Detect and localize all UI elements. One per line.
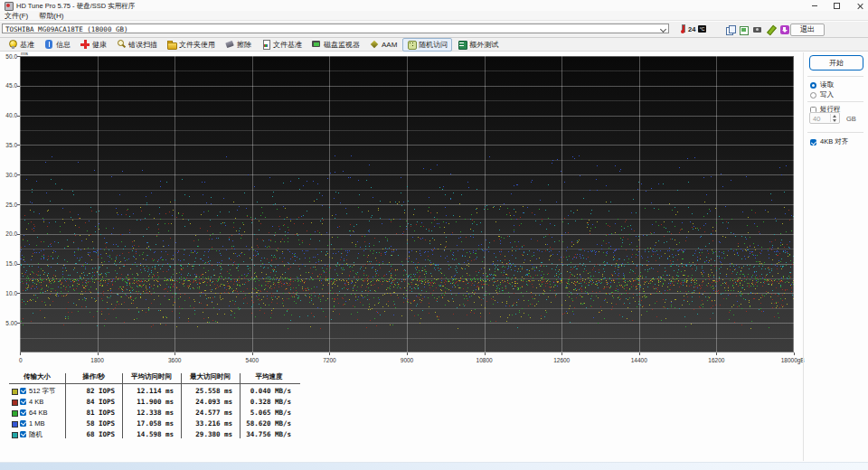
toolbar-button-erase[interactable]: 擦除	[221, 38, 256, 52]
capacity-stepper[interactable]	[830, 114, 838, 122]
hd-tune-window: HD Tune Pro 5.75 - 硬盘/SSD 实用程序 文件(F) 帮助(…	[0, 0, 868, 470]
random-icon	[407, 40, 416, 49]
toolbar-button-label: 错误扫描	[128, 40, 157, 50]
toolbar-button-health[interactable]: 健康	[76, 38, 111, 52]
capacity-input[interactable]: 40	[809, 112, 840, 124]
x-axis-tick	[20, 352, 21, 355]
read-radio[interactable]	[810, 82, 816, 89]
series-checkbox[interactable]	[20, 388, 26, 394]
x-axis-tick-label: 9000	[401, 357, 413, 363]
copy-image-button[interactable]	[738, 24, 751, 36]
x-axis-tick-label: 14400	[631, 357, 647, 363]
y-axis-tick-label: 25.0	[0, 202, 17, 208]
table-cell-iops: 58 IOPS	[69, 419, 115, 428]
copy-button[interactable]	[724, 24, 738, 36]
x-axis-tick-label: 16200	[708, 357, 724, 363]
table-cell-iops: 68 IOPS	[69, 430, 115, 438]
table-cell-max: 24.577 ms	[184, 409, 232, 417]
divider	[807, 76, 863, 77]
read-option[interactable]: 读取	[810, 80, 834, 89]
series-checkbox[interactable]	[20, 399, 26, 405]
bottom-strip	[0, 462, 868, 470]
toolbar-button-folder[interactable]: 文件夹使用	[163, 38, 220, 52]
panel-separator	[803, 52, 804, 461]
series-checkbox[interactable]	[20, 431, 26, 437]
table-cell-max: 25.558 ms	[184, 387, 232, 395]
toolbar-button-scan[interactable]: 错误扫描	[112, 38, 162, 52]
chevron-down-icon	[660, 26, 666, 33]
exit-button[interactable]: 退出	[790, 24, 825, 36]
toolbar-button-label: 额外测试	[469, 40, 498, 50]
table-cell-max: 29.380 ms	[184, 430, 232, 438]
table-cell-avg: 12.338 ms	[126, 409, 174, 417]
minimize-button[interactable]	[807, 1, 823, 10]
toolbar-button-aam[interactable]: AAM	[365, 38, 401, 51]
series-color-chip	[12, 432, 18, 438]
x-axis-tick	[639, 352, 640, 355]
close-button[interactable]	[852, 1, 868, 10]
toolbar-button-label: AAM	[382, 41, 397, 49]
write-option[interactable]: 写入	[810, 90, 834, 99]
table-cell-max: 33.216 ms	[184, 419, 232, 428]
pen-button[interactable]	[765, 24, 778, 36]
x-axis-tick-label: 7200	[323, 357, 335, 363]
download-icon	[780, 25, 789, 34]
toolbar-button-benchmark[interactable]: 基准	[4, 38, 39, 52]
camera-icon	[753, 25, 762, 34]
toolbar-button-label: 磁盘监视器	[324, 40, 360, 50]
y-axis-tick-label: 50.0	[0, 53, 17, 60]
minimize-icon	[812, 5, 817, 6]
start-button[interactable]: 开始	[809, 55, 863, 70]
align-option[interactable]: 4KB 对齐	[810, 137, 848, 146]
maximize-button[interactable]	[828, 1, 844, 10]
series-checkbox[interactable]	[20, 420, 26, 427]
menu-help[interactable]: 帮助(H)	[39, 11, 63, 21]
x-axis-tick	[716, 352, 717, 355]
y-axis-tick-label: 30.0	[0, 172, 17, 178]
copy-image-icon	[740, 25, 749, 34]
divider	[807, 101, 863, 102]
table-header: 平均速度	[240, 372, 298, 381]
toolbar-button-extra[interactable]: 额外测试	[453, 38, 503, 52]
table-cell-speed: 5.065 MB/s	[243, 409, 291, 417]
monitor-icon	[312, 40, 321, 49]
x-axis-tick	[407, 352, 408, 355]
y-axis-tick-label: 35.0	[0, 142, 17, 148]
x-axis-tick	[98, 352, 99, 355]
stepper-down-icon	[833, 119, 836, 122]
results-table: 传输大小操作/秒平均访问时间最大访问时间平均速度512 字节82 IOPS12.…	[9, 371, 300, 444]
read-label: 读取	[820, 80, 834, 89]
menu-file[interactable]: 文件(F)	[5, 11, 28, 21]
drive-select[interactable]: TOSHIBA MG09ACA18TE (18000 GB)	[2, 24, 669, 33]
series-color-chip	[12, 421, 18, 428]
y-axis-tick-label: 10.0	[0, 290, 17, 296]
toolbar-button-filebench[interactable]: 文件基准	[257, 38, 307, 52]
x-axis-tick-label: 5400	[246, 357, 259, 363]
filebench-icon	[261, 40, 270, 49]
menu-bar: 文件(F) 帮助(H)	[0, 11, 868, 21]
y-axis-tick-label: 20.0	[0, 230, 17, 237]
series-color-chip	[12, 389, 18, 395]
series-label: 随机	[29, 430, 42, 439]
toolbar-button-monitor[interactable]: 磁盘监视器	[307, 38, 364, 52]
align-checkbox[interactable]	[810, 139, 816, 146]
write-radio[interactable]	[810, 92, 816, 99]
toolbar-button-random[interactable]: 随机访问	[402, 38, 452, 52]
x-axis-tick-label: 0	[19, 357, 23, 363]
camera-button[interactable]	[751, 24, 765, 36]
divider	[807, 132, 863, 133]
table-cell-speed: 0.328 MB/s	[243, 398, 291, 406]
thermometer-icon	[680, 24, 684, 33]
table-cell-speed: 58.620 MB/s	[243, 419, 291, 428]
benchmark-icon	[8, 40, 17, 49]
toolbar-button-label: 擦除	[237, 40, 251, 50]
table-cell-iops: 81 IOPS	[69, 409, 115, 417]
x-axis-tick	[329, 352, 330, 355]
toolbar-button-info[interactable]: 信息	[40, 38, 75, 52]
x-axis-tick-label: 18000gB	[781, 357, 805, 363]
series-checkbox[interactable]	[20, 409, 26, 416]
align-label: 4KB 对齐	[820, 137, 848, 146]
x-axis-tick-label: 10800	[476, 357, 493, 363]
x-axis-tick-label: 1800	[90, 357, 103, 363]
content-area: ms 50.045.040.035.030.025.020.015.010.05…	[0, 52, 868, 461]
